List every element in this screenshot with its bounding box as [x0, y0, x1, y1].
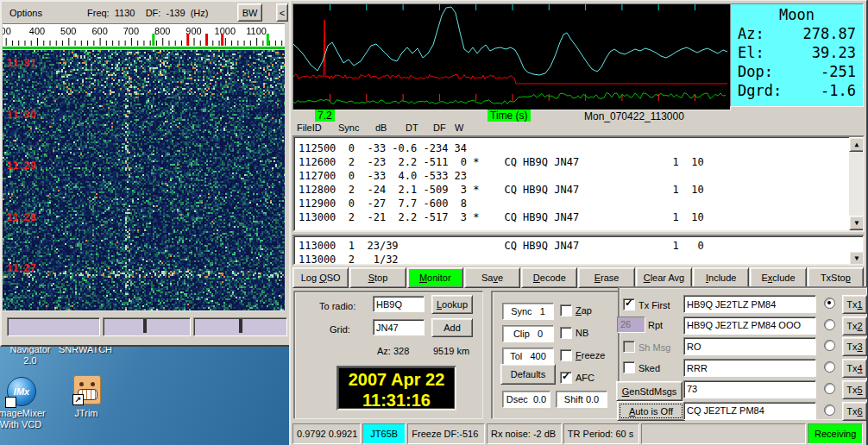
- decode-button[interactable]: Decode: [521, 267, 577, 288]
- to-radio-label: To radio:: [319, 301, 355, 311]
- scroll-down-icon[interactable]: ▼: [849, 216, 865, 230]
- tx-select-radio-3[interactable]: [824, 340, 835, 351]
- afc-label: AFC: [576, 373, 594, 383]
- tx-select-radio-6[interactable]: [824, 404, 835, 416]
- decode-line[interactable]: 112900 0 -27 7.7 -600 8: [294, 197, 863, 210]
- status-tr-period-60-s: TR Period: 60 s: [563, 423, 639, 444]
- tx-select-radio-4[interactable]: [824, 361, 835, 373]
- decode-line[interactable]: 113000 1 23/39 CQ HB9Q JN47 1 0: [294, 239, 863, 253]
- clear-avg-button[interactable]: Clear Avg: [636, 267, 692, 288]
- tol-field[interactable]: Tol 400: [502, 348, 554, 365]
- menu-options[interactable]: Options: [3, 6, 49, 20]
- decode-line[interactable]: 112600 2 -23 2.2 -511 0 * CQ HB9Q JN47 1…: [294, 155, 863, 169]
- status-rx-noise-2-db: Rx noise: -2 dB: [487, 423, 562, 444]
- tx-select-radio-5[interactable]: [824, 383, 835, 394]
- tx5-button[interactable]: Tx5: [842, 380, 867, 399]
- decode-column-headers: FileIDSyncdBDTDFW: [292, 122, 810, 135]
- nb-checkbox[interactable]: [560, 327, 572, 339]
- avg-scrollbar[interactable]: ▼: [849, 251, 863, 264]
- scroll-up-icon[interactable]: ▲: [849, 137, 865, 152]
- desktop-icon-jtrim[interactable]: ↗ JTrim: [73, 375, 101, 404]
- tx-row-5: Tx5: [619, 380, 865, 399]
- status-freeze-df-516: Freeze DF:-516: [407, 423, 485, 444]
- signal-graph-panel: [292, 3, 731, 110]
- slider-gain[interactable]: [193, 317, 287, 336]
- utc-clock: 2007 Apr 22 11:31:16: [337, 366, 456, 411]
- afc-checkbox[interactable]: [560, 372, 572, 384]
- txstop-button[interactable]: TxStop: [808, 267, 864, 288]
- moon-readout-row: El:39.23: [738, 43, 856, 62]
- moon-panel-title: Moon: [738, 6, 856, 23]
- zap-checkbox[interactable]: [560, 304, 572, 317]
- graph-value-label: 7.2: [315, 110, 335, 122]
- tx-message-3-input[interactable]: [683, 337, 816, 355]
- waterfall-time-label: 11:29: [7, 160, 37, 172]
- defaults-button[interactable]: Defaults: [500, 364, 556, 385]
- tx1-button[interactable]: Tx1: [842, 295, 867, 314]
- stop-button[interactable]: Stop: [349, 267, 406, 288]
- save-button[interactable]: Save: [464, 267, 520, 288]
- imagemixer-icon: IMx ↗: [7, 377, 36, 406]
- status-0-9792-0-9921: 0.9792 0.9921: [292, 423, 361, 444]
- slider-contrast-thumb[interactable]: [143, 319, 147, 333]
- decode-line[interactable]: 112500 0 -33 -0.6 -234 34: [294, 141, 863, 155]
- freeze-checkbox[interactable]: [560, 349, 572, 361]
- log-qso-button[interactable]: Log QSO: [292, 267, 349, 288]
- tx-message-6-input[interactable]: [683, 402, 816, 420]
- waterfall-time-label: 11:31: [7, 57, 37, 69]
- grid-input[interactable]: [373, 319, 425, 335]
- tx6-button[interactable]: Tx6: [842, 402, 867, 421]
- add-button[interactable]: Add: [431, 318, 473, 337]
- desktop-icon-navigator[interactable]: Navigator 2.0: [2, 344, 59, 367]
- tx-message-1-input[interactable]: [683, 295, 816, 313]
- slider-contrast[interactable]: [103, 317, 191, 336]
- to-radio-input[interactable]: [373, 296, 425, 312]
- lookup-button[interactable]: Lookup: [431, 295, 473, 314]
- scroll-left-button[interactable]: <: [276, 3, 288, 22]
- action-button-row: Log QSOStopMonitorSaveDecodeEraseClear A…: [292, 267, 865, 288]
- decode-header-dt: DT: [406, 122, 418, 133]
- decode-line[interactable]: 113000 2 -21 2.2 -517 3 * CQ HB9Q JN47 1…: [294, 210, 863, 224]
- decode-text-main[interactable]: 112500 0 -33 -0.6 -234 34112600 2 -23 2.…: [292, 135, 865, 232]
- decode-line[interactable]: 112700 0 -33 4.0 -533 23: [294, 169, 863, 183]
- imagemixer-label: ImageMixer: [0, 408, 59, 419]
- tx-row-3: Tx3: [619, 337, 865, 356]
- tx2-button[interactable]: Tx2: [842, 317, 867, 335]
- decode-scrollbar[interactable]: ▲ ▼: [849, 137, 863, 230]
- slider-brightness[interactable]: [7, 317, 100, 336]
- zap-label: Zap: [576, 305, 592, 316]
- waterfall-display[interactable]: 11:3111:3011:2911:2811:27: [3, 50, 285, 310]
- decode-text-average[interactable]: 113000 1 23/39 CQ HB9Q JN47 1 0113000 2 …: [292, 235, 865, 266]
- frequency-ruler[interactable]: [3, 23, 285, 51]
- shift-field[interactable]: Shift 0.0: [556, 391, 607, 408]
- sync-field[interactable]: Sync 1: [502, 303, 554, 320]
- include-button[interactable]: Include: [693, 267, 749, 288]
- decode-line[interactable]: 112800 2 -24 2.1 -509 3 * CQ HB9Q JN47 1…: [294, 183, 863, 197]
- bw-button[interactable]: BW: [237, 3, 262, 22]
- exclude-button[interactable]: Exclude: [750, 267, 806, 288]
- status-bar: 0.9792 0.9921JT65BFreeze DF:-516Rx noise…: [292, 423, 865, 444]
- graph-axis-label: Time (s): [487, 110, 531, 122]
- clip-field[interactable]: Clip 0: [502, 325, 554, 342]
- nb-label: NB: [576, 328, 588, 338]
- decode-header-sync: Sync: [338, 122, 359, 133]
- scroll-down-icon[interactable]: ▼: [849, 251, 865, 266]
- frequency-ruler-canvas[interactable]: [3, 24, 285, 50]
- waterfall-canvas[interactable]: [3, 50, 285, 310]
- tx-message-5-input[interactable]: [683, 380, 816, 398]
- tx-select-radio-2[interactable]: [824, 319, 835, 330]
- tx4-button[interactable]: Tx4: [842, 359, 867, 378]
- tx3-button[interactable]: Tx3: [842, 337, 867, 356]
- tx-select-radio-1[interactable]: [824, 298, 835, 309]
- erase-button[interactable]: Erase: [578, 267, 634, 288]
- monitor-button[interactable]: Monitor: [407, 267, 463, 288]
- dsec-field[interactable]: Dsec 0.0: [502, 391, 550, 408]
- tx-message-4-input[interactable]: [683, 359, 816, 377]
- desktop-icon-imagemixer[interactable]: IMx ↗ ImageMixer With VCD: [7, 377, 36, 406]
- imagemixer-badge-text: IMx: [14, 386, 29, 397]
- azimuth-readout: Az: 328: [377, 346, 409, 356]
- decode-header-fileid: FileID: [297, 122, 322, 133]
- decode-line[interactable]: 113000 2 1/32: [294, 253, 863, 266]
- slider-gain-thumb[interactable]: [239, 319, 242, 333]
- tx-message-2-input[interactable]: [683, 317, 816, 335]
